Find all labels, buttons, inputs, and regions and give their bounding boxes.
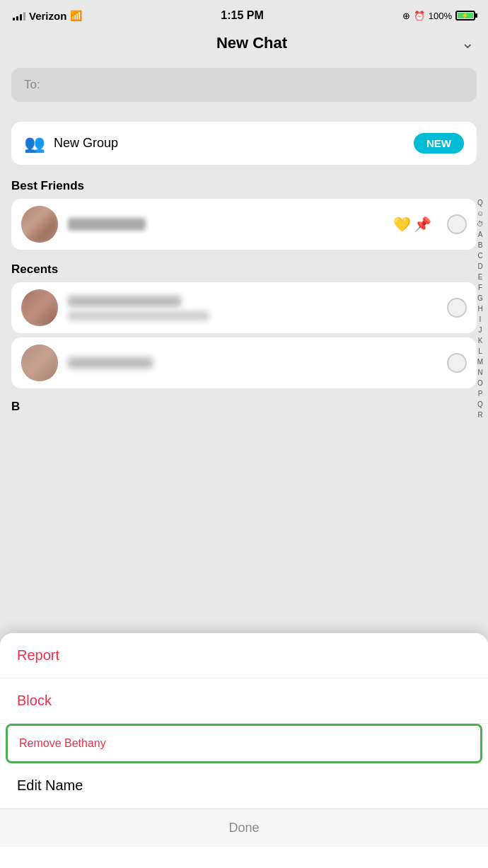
heart-emoji: 💛 (393, 216, 411, 233)
content-area: 👥 New Group NEW Best Friends 💛 📌 Recents (0, 109, 488, 424)
recent-1-select-radio[interactable] (447, 298, 467, 318)
new-group-left: 👥 New Group (24, 134, 118, 154)
alarm-icon: ⏰ (414, 11, 425, 21)
charging-bolt: ⚡ (461, 12, 469, 19)
group-icon: 👥 (24, 134, 45, 154)
alpha-a[interactable]: A (475, 230, 485, 240)
alpha-o[interactable]: O (475, 378, 485, 388)
recent-2-avatar (21, 345, 58, 381)
new-group-row[interactable]: 👥 New Group NEW (11, 122, 477, 165)
recent-1-info (68, 296, 437, 320)
alpha-n[interactable]: N (475, 368, 485, 378)
new-group-label: New Group (54, 136, 118, 151)
recent-contact-1[interactable] (11, 282, 477, 333)
done-button[interactable]: Done (0, 809, 488, 847)
alpha-g[interactable]: G (475, 294, 485, 303)
alpha-p[interactable]: P (475, 389, 485, 399)
wifi-icon: 📶 (70, 10, 82, 21)
bottom-sheet: Report Block Remove Bethany Edit Name Do… (0, 633, 488, 868)
bethany-info (68, 218, 383, 231)
alpha-d[interactable]: D (475, 262, 485, 272)
recents-header: Recents (0, 254, 488, 282)
chevron-down-icon[interactable]: ⌄ (461, 34, 474, 52)
bethany-name (68, 218, 146, 231)
alpha-r[interactable]: R (475, 410, 485, 420)
recent-contact-2[interactable] (11, 337, 477, 388)
best-friends-header: Best Friends (0, 170, 488, 199)
to-input[interactable]: To: (11, 68, 477, 102)
status-right: ⊕ ⏰ 100% ⚡ (402, 11, 475, 21)
status-time: 1:15 PM (221, 9, 263, 22)
bethany-avatar (21, 206, 58, 243)
b-section-header: B (0, 393, 488, 417)
alpha-q[interactable]: Q (475, 400, 485, 410)
header: New Chat ⌄ (0, 31, 488, 61)
signal-icon (13, 11, 25, 21)
battery-icon: ⚡ (455, 11, 475, 21)
alpha-search[interactable]: Q (475, 198, 485, 208)
page-title: New Chat (42, 34, 461, 52)
alpha-c[interactable]: C (475, 251, 485, 261)
pin-emoji: 📌 (414, 216, 431, 233)
location-icon: ⊕ (402, 11, 410, 21)
new-badge: NEW (414, 133, 464, 154)
alpha-clock[interactable]: ⏱ (475, 219, 485, 229)
report-button[interactable]: Report (0, 633, 488, 678)
alpha-l[interactable]: L (475, 347, 485, 357)
battery-percent: 100% (429, 11, 452, 21)
carrier-label: Verizon (29, 10, 66, 22)
status-bar: Verizon 📶 1:15 PM ⊕ ⏰ 100% ⚡ (0, 0, 488, 31)
recent-1-avatar (21, 289, 58, 326)
alpha-k[interactable]: K (475, 336, 485, 346)
edit-name-button[interactable]: Edit Name (0, 763, 488, 809)
bethany-contact-row[interactable]: 💛 📌 (11, 199, 477, 250)
alpha-m[interactable]: M (475, 357, 485, 367)
status-left: Verizon 📶 (13, 10, 82, 22)
remove-bethany-button[interactable]: Remove Bethany (6, 724, 482, 763)
alpha-h[interactable]: H (475, 304, 485, 314)
to-placeholder: To: (24, 78, 40, 92)
recent-2-select-radio[interactable] (447, 353, 467, 373)
alpha-b[interactable]: B (475, 241, 485, 250)
alpha-j[interactable]: J (475, 325, 485, 335)
recent-2-info (68, 357, 437, 369)
alpha-smiley[interactable]: ☺ (475, 209, 485, 219)
to-field-container: To: (0, 61, 488, 109)
alpha-e[interactable]: E (475, 272, 485, 282)
alpha-f[interactable]: F (475, 283, 485, 293)
alpha-index: Q ☺ ⏱ A B C D E F G H I J K L M N O P Q … (475, 198, 485, 420)
block-button[interactable]: Block (0, 678, 488, 724)
alpha-i[interactable]: I (475, 315, 485, 325)
bethany-select-radio[interactable] (447, 214, 467, 234)
bethany-emojis: 💛 📌 (393, 216, 431, 233)
